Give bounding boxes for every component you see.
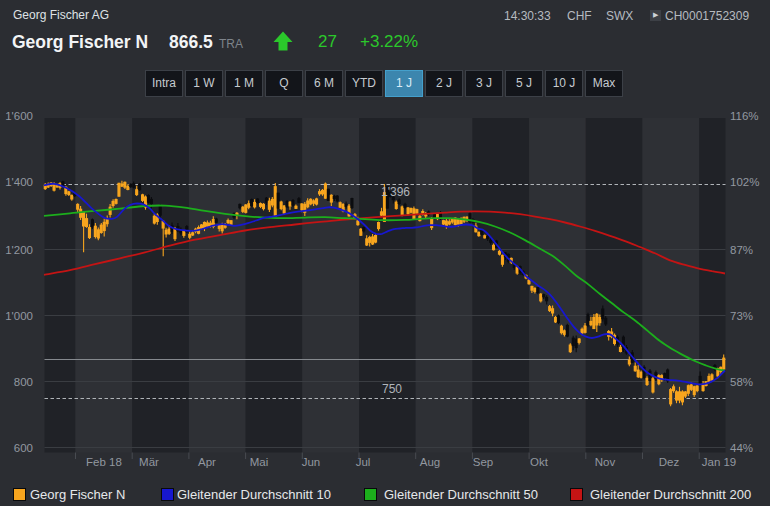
svg-text:1'200: 1'200 [5, 244, 33, 256]
svg-text:Mai: Mai [250, 456, 269, 468]
svg-text:Dez: Dez [659, 456, 680, 468]
svg-text:Sep: Sep [473, 456, 493, 468]
svg-text:1'400: 1'400 [5, 176, 33, 188]
svg-text:87%: 87% [730, 244, 753, 256]
svg-text:44%: 44% [730, 442, 753, 454]
svg-text:Apr: Apr [198, 456, 216, 468]
svg-text:600: 600 [14, 442, 33, 454]
svg-text:1'600: 1'600 [5, 110, 33, 122]
svg-text:Nov: Nov [595, 456, 616, 468]
svg-text:1'000: 1'000 [5, 310, 33, 322]
svg-text:Jul: Jul [356, 456, 371, 468]
svg-text:58%: 58% [730, 376, 753, 388]
svg-text:Okt: Okt [530, 456, 549, 468]
svg-text:750: 750 [382, 382, 402, 396]
svg-text:Mär: Mär [139, 456, 159, 468]
svg-text:Jan 19: Jan 19 [702, 456, 737, 468]
svg-text:102%: 102% [730, 176, 759, 188]
svg-text:Jun: Jun [302, 456, 321, 468]
svg-text:800: 800 [14, 376, 33, 388]
svg-text:Feb 18: Feb 18 [86, 456, 122, 468]
svg-text:73%: 73% [730, 310, 753, 322]
svg-text:116%: 116% [730, 110, 759, 122]
svg-text:Aug: Aug [420, 456, 440, 468]
svg-text:1'396: 1'396 [381, 185, 410, 199]
